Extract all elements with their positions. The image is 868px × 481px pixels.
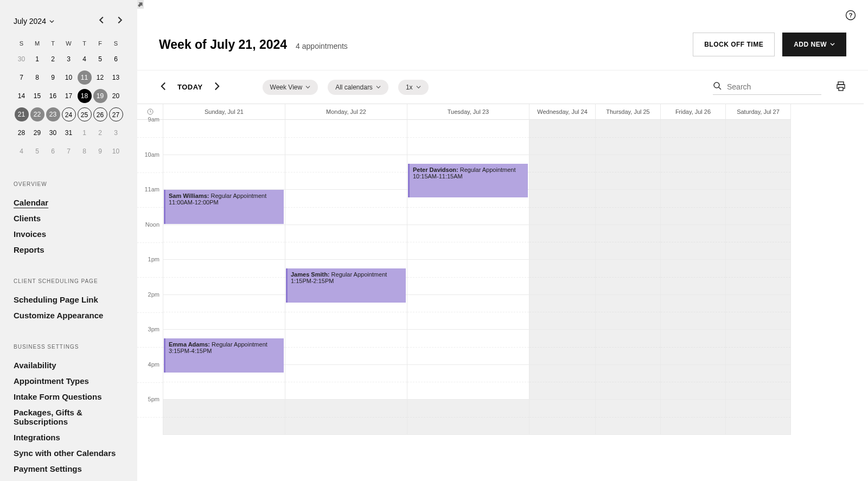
calendar-cell[interactable] (661, 260, 726, 295)
mini-cal-day[interactable]: 7 (62, 144, 76, 158)
calendar-cell[interactable] (407, 365, 529, 400)
search-box[interactable] (713, 79, 821, 95)
mini-cal-day[interactable]: 10 (62, 70, 76, 85)
calendar-cell[interactable] (163, 155, 285, 190)
calendar-cell[interactable] (407, 260, 529, 295)
mini-cal-day[interactable]: 29 (30, 126, 44, 140)
mini-cal-day[interactable]: 18 (78, 89, 92, 103)
calendar-cell[interactable] (726, 260, 791, 295)
calendar-cell[interactable] (529, 365, 596, 400)
calendar-cell[interactable] (529, 330, 596, 365)
calendar-cell[interactable] (285, 400, 407, 435)
month-picker[interactable]: July 2024 (14, 17, 54, 25)
appointment-event[interactable]: Peter Davidson: Regular Appointment10:15… (408, 164, 528, 198)
calendar-cell[interactable] (407, 400, 529, 435)
mini-cal-day[interactable]: 14 (15, 89, 29, 103)
mini-cal-day[interactable]: 2 (46, 52, 60, 66)
calendar-cell[interactable] (407, 295, 529, 330)
add-new-button[interactable]: ADD NEW (782, 33, 846, 56)
block-off-time-button[interactable]: BLOCK OFF TIME (693, 33, 775, 56)
help-button[interactable]: ? (845, 10, 856, 23)
calendar-cell[interactable] (529, 295, 596, 330)
mini-cal-day[interactable]: 23 (46, 107, 60, 121)
calendar-cell[interactable] (596, 365, 661, 400)
calendar-cell[interactable] (529, 155, 596, 190)
nav-item-integrations[interactable]: Integrations (14, 429, 124, 445)
mini-cal-day[interactable]: 1 (78, 126, 92, 140)
calendar-cell[interactable] (726, 190, 791, 225)
calendar-cell[interactable] (163, 295, 285, 330)
mini-cal-day[interactable]: 21 (15, 107, 29, 121)
calendar-cell[interactable] (407, 330, 529, 365)
mini-cal-day[interactable]: 22 (30, 107, 44, 121)
mini-cal-day[interactable]: 16 (46, 89, 60, 103)
calendar-cell[interactable] (661, 295, 726, 330)
mini-cal-day[interactable]: 26 (93, 107, 107, 121)
view-picker[interactable]: Week View (263, 80, 318, 95)
mini-cal-day[interactable]: 30 (15, 52, 29, 66)
calendar-cell[interactable]: Peter Davidson: Regular Appointment10:15… (407, 155, 529, 190)
calendar-cell[interactable] (726, 225, 791, 260)
zoom-picker[interactable]: 1x (398, 80, 429, 95)
calendar-cell[interactable] (285, 330, 407, 365)
mini-cal-day[interactable]: 28 (15, 126, 29, 140)
calendar-cell[interactable] (407, 120, 529, 155)
calendar-cell[interactable] (285, 120, 407, 155)
mini-cal-day[interactable]: 30 (46, 126, 60, 140)
mini-cal-day[interactable]: 19 (93, 89, 107, 103)
mini-cal-day[interactable]: 5 (93, 52, 107, 66)
appointment-event[interactable]: Emma Adams: Regular Appointment3:15PM-4:… (164, 338, 284, 373)
next-month-button[interactable] (116, 16, 124, 26)
mini-cal-day[interactable]: 9 (93, 144, 107, 158)
calendar-cell[interactable] (596, 120, 661, 155)
next-week-button[interactable] (213, 82, 221, 93)
mini-cal-day[interactable]: 20 (109, 89, 123, 103)
mini-cal-day[interactable]: 12 (93, 70, 107, 85)
nav-item-customize-appearance[interactable]: Customize Appearance (14, 307, 124, 323)
mini-cal-day[interactable]: 3 (62, 52, 76, 66)
mini-cal-day[interactable]: 4 (15, 144, 29, 158)
mini-cal-day[interactable]: 6 (109, 52, 123, 66)
calendar-cell[interactable] (596, 295, 661, 330)
mini-cal-day[interactable]: 8 (30, 70, 44, 85)
calendar-cell[interactable] (726, 120, 791, 155)
nav-item-payment-settings[interactable]: Payment Settings (14, 461, 124, 477)
calendar-cell[interactable] (163, 120, 285, 155)
calendar-cell[interactable] (529, 260, 596, 295)
calendar-cell[interactable] (661, 190, 726, 225)
calendar-cell[interactable]: Sam Williams: Regular Appointment11:00AM… (163, 190, 285, 225)
calendar-cell[interactable] (596, 190, 661, 225)
calendar-cell[interactable] (529, 190, 596, 225)
calendar-cell[interactable] (726, 400, 791, 435)
calendar-cell[interactable] (596, 400, 661, 435)
search-input[interactable] (727, 82, 821, 91)
calendar-cell[interactable] (661, 225, 726, 260)
calendar-cell[interactable] (163, 260, 285, 295)
calendar-cell[interactable] (726, 365, 791, 400)
mini-cal-day[interactable]: 24 (62, 107, 76, 121)
calendar-cell[interactable] (285, 225, 407, 260)
calendar-cell[interactable] (529, 400, 596, 435)
calendar-cell[interactable] (285, 155, 407, 190)
calendar-cell[interactable] (661, 120, 726, 155)
mini-cal-day[interactable]: 5 (30, 144, 44, 158)
nav-item-invoices[interactable]: Invoices (14, 226, 124, 242)
calendar-cell[interactable]: James Smith: Regular Appointment1:15PM-2… (285, 260, 407, 295)
calendar-cell[interactable] (163, 225, 285, 260)
calendar-cell[interactable] (661, 400, 726, 435)
mini-cal-day[interactable]: 7 (15, 70, 29, 85)
calendar-cell[interactable] (596, 155, 661, 190)
mini-cal-day[interactable]: 8 (78, 144, 92, 158)
mini-cal-day[interactable]: 17 (62, 89, 76, 103)
prev-month-button[interactable] (98, 16, 105, 26)
calendar-filter[interactable]: All calendars (328, 80, 388, 95)
calendar-cell[interactable] (407, 225, 529, 260)
calendar-cell[interactable]: Emma Adams: Regular Appointment3:15PM-4:… (163, 330, 285, 365)
mini-cal-day[interactable]: 1 (30, 52, 44, 66)
calendar-cell[interactable] (726, 155, 791, 190)
mini-cal-day[interactable]: 15 (30, 89, 44, 103)
nav-item-packages-gifts-subscriptions[interactable]: Packages, Gifts & Subscriptions (14, 405, 124, 429)
calendar-cell[interactable] (596, 225, 661, 260)
nav-item-availability[interactable]: Availability (14, 357, 124, 373)
calendar-cell[interactable] (285, 190, 407, 225)
